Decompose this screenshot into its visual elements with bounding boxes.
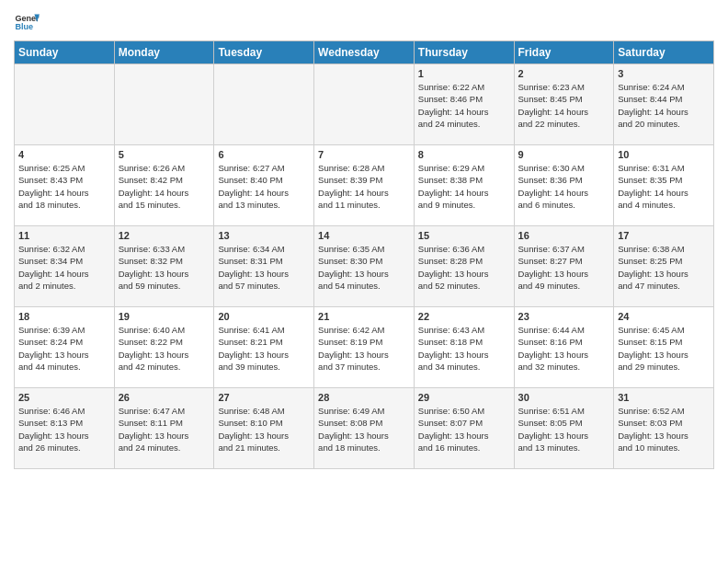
calendar-cell: 20Sunrise: 6:41 AM Sunset: 8:21 PM Dayli… — [214, 307, 314, 388]
calendar-cell: 18Sunrise: 6:39 AM Sunset: 8:24 PM Dayli… — [15, 307, 115, 388]
day-number: 17 — [618, 230, 710, 241]
calendar-cell: 6Sunrise: 6:27 AM Sunset: 8:40 PM Daylig… — [214, 145, 314, 226]
day-info: Sunrise: 6:24 AM Sunset: 8:44 PM Dayligh… — [618, 81, 710, 130]
col-header-monday: Monday — [114, 41, 214, 64]
day-number: 11 — [18, 230, 110, 241]
day-number: 3 — [618, 68, 710, 79]
day-number: 27 — [218, 392, 310, 403]
day-info: Sunrise: 6:45 AM Sunset: 8:15 PM Dayligh… — [618, 324, 710, 373]
day-number: 25 — [18, 392, 110, 403]
calendar-cell: 24Sunrise: 6:45 AM Sunset: 8:15 PM Dayli… — [614, 307, 714, 388]
calendar-cell: 26Sunrise: 6:47 AM Sunset: 8:11 PM Dayli… — [114, 388, 214, 469]
calendar-cell: 27Sunrise: 6:48 AM Sunset: 8:10 PM Dayli… — [214, 388, 314, 469]
calendar-week-4: 18Sunrise: 6:39 AM Sunset: 8:24 PM Dayli… — [15, 307, 714, 388]
day-info: Sunrise: 6:32 AM Sunset: 8:34 PM Dayligh… — [18, 243, 110, 292]
day-info: Sunrise: 6:51 AM Sunset: 8:05 PM Dayligh… — [518, 405, 610, 454]
calendar-cell: 23Sunrise: 6:44 AM Sunset: 8:16 PM Dayli… — [514, 307, 614, 388]
day-number: 16 — [518, 230, 610, 241]
calendar-cell: 15Sunrise: 6:36 AM Sunset: 8:28 PM Dayli… — [414, 226, 514, 307]
day-number: 13 — [218, 230, 310, 241]
calendar-cell: 21Sunrise: 6:42 AM Sunset: 8:19 PM Dayli… — [314, 307, 415, 388]
day-info: Sunrise: 6:34 AM Sunset: 8:31 PM Dayligh… — [218, 243, 310, 292]
day-number: 22 — [418, 311, 510, 322]
day-number: 2 — [518, 68, 610, 79]
day-number: 29 — [418, 392, 510, 403]
calendar-cell: 28Sunrise: 6:49 AM Sunset: 8:08 PM Dayli… — [314, 388, 415, 469]
calendar-cell: 25Sunrise: 6:46 AM Sunset: 8:13 PM Dayli… — [15, 388, 115, 469]
day-info: Sunrise: 6:27 AM Sunset: 8:40 PM Dayligh… — [218, 162, 310, 211]
day-info: Sunrise: 6:23 AM Sunset: 8:45 PM Dayligh… — [518, 81, 610, 130]
day-info: Sunrise: 6:37 AM Sunset: 8:27 PM Dayligh… — [518, 243, 610, 292]
calendar-cell: 12Sunrise: 6:33 AM Sunset: 8:32 PM Dayli… — [114, 226, 214, 307]
day-number: 18 — [18, 311, 110, 322]
day-info: Sunrise: 6:46 AM Sunset: 8:13 PM Dayligh… — [18, 405, 110, 454]
header: General Blue — [14, 9, 714, 35]
day-info: Sunrise: 6:48 AM Sunset: 8:10 PM Dayligh… — [218, 405, 310, 454]
day-info: Sunrise: 6:41 AM Sunset: 8:21 PM Dayligh… — [218, 324, 310, 373]
day-number: 6 — [218, 149, 310, 160]
calendar-cell: 8Sunrise: 6:29 AM Sunset: 8:38 PM Daylig… — [414, 145, 514, 226]
day-info: Sunrise: 6:28 AM Sunset: 8:39 PM Dayligh… — [318, 162, 410, 211]
day-info: Sunrise: 6:40 AM Sunset: 8:22 PM Dayligh… — [119, 324, 210, 373]
day-number: 28 — [318, 392, 410, 403]
day-number: 21 — [318, 311, 410, 322]
calendar-cell: 3Sunrise: 6:24 AM Sunset: 8:44 PM Daylig… — [614, 64, 714, 145]
day-info: Sunrise: 6:35 AM Sunset: 8:30 PM Dayligh… — [318, 243, 410, 292]
calendar-cell — [214, 64, 314, 145]
calendar-cell: 2Sunrise: 6:23 AM Sunset: 8:45 PM Daylig… — [514, 64, 614, 145]
calendar-cell: 19Sunrise: 6:40 AM Sunset: 8:22 PM Dayli… — [114, 307, 214, 388]
day-info: Sunrise: 6:26 AM Sunset: 8:42 PM Dayligh… — [119, 162, 210, 211]
day-info: Sunrise: 6:33 AM Sunset: 8:32 PM Dayligh… — [119, 243, 210, 292]
calendar-cell: 10Sunrise: 6:31 AM Sunset: 8:35 PM Dayli… — [614, 145, 714, 226]
day-number: 15 — [418, 230, 510, 241]
day-number: 23 — [518, 311, 610, 322]
day-number: 4 — [18, 149, 110, 160]
day-info: Sunrise: 6:47 AM Sunset: 8:11 PM Dayligh… — [119, 405, 210, 454]
day-number: 26 — [119, 392, 210, 403]
calendar-cell: 22Sunrise: 6:43 AM Sunset: 8:18 PM Dayli… — [414, 307, 514, 388]
day-number: 24 — [618, 311, 710, 322]
calendar-week-3: 11Sunrise: 6:32 AM Sunset: 8:34 PM Dayli… — [15, 226, 714, 307]
day-info: Sunrise: 6:22 AM Sunset: 8:46 PM Dayligh… — [418, 81, 510, 130]
calendar-cell: 4Sunrise: 6:25 AM Sunset: 8:43 PM Daylig… — [15, 145, 115, 226]
day-info: Sunrise: 6:43 AM Sunset: 8:18 PM Dayligh… — [418, 324, 510, 373]
header-row: SundayMondayTuesdayWednesdayThursdayFrid… — [15, 41, 714, 64]
day-info: Sunrise: 6:30 AM Sunset: 8:36 PM Dayligh… — [518, 162, 610, 211]
logo-icon: General Blue — [14, 9, 40, 35]
calendar-cell: 14Sunrise: 6:35 AM Sunset: 8:30 PM Dayli… — [314, 226, 415, 307]
calendar-cell: 16Sunrise: 6:37 AM Sunset: 8:27 PM Dayli… — [514, 226, 614, 307]
col-header-thursday: Thursday — [414, 41, 514, 64]
calendar-cell: 17Sunrise: 6:38 AM Sunset: 8:25 PM Dayli… — [614, 226, 714, 307]
calendar-cell: 7Sunrise: 6:28 AM Sunset: 8:39 PM Daylig… — [314, 145, 415, 226]
calendar-cell: 29Sunrise: 6:50 AM Sunset: 8:07 PM Dayli… — [414, 388, 514, 469]
calendar-cell: 1Sunrise: 6:22 AM Sunset: 8:46 PM Daylig… — [414, 64, 514, 145]
day-number: 20 — [218, 311, 310, 322]
col-header-saturday: Saturday — [614, 41, 714, 64]
calendar-week-2: 4Sunrise: 6:25 AM Sunset: 8:43 PM Daylig… — [15, 145, 714, 226]
calendar-week-5: 25Sunrise: 6:46 AM Sunset: 8:13 PM Dayli… — [15, 388, 714, 469]
calendar-cell: 30Sunrise: 6:51 AM Sunset: 8:05 PM Dayli… — [514, 388, 614, 469]
col-header-tuesday: Tuesday — [214, 41, 314, 64]
calendar-cell: 11Sunrise: 6:32 AM Sunset: 8:34 PM Dayli… — [15, 226, 115, 307]
col-header-friday: Friday — [514, 41, 614, 64]
day-info: Sunrise: 6:36 AM Sunset: 8:28 PM Dayligh… — [418, 243, 510, 292]
logo: General Blue — [14, 9, 40, 35]
day-number: 14 — [318, 230, 410, 241]
calendar-cell: 31Sunrise: 6:52 AM Sunset: 8:03 PM Dayli… — [614, 388, 714, 469]
day-info: Sunrise: 6:50 AM Sunset: 8:07 PM Dayligh… — [418, 405, 510, 454]
svg-text:Blue: Blue — [15, 22, 33, 31]
day-number: 30 — [518, 392, 610, 403]
day-info: Sunrise: 6:49 AM Sunset: 8:08 PM Dayligh… — [318, 405, 410, 454]
day-info: Sunrise: 6:29 AM Sunset: 8:38 PM Dayligh… — [418, 162, 510, 211]
calendar-cell: 5Sunrise: 6:26 AM Sunset: 8:42 PM Daylig… — [114, 145, 214, 226]
day-number: 8 — [418, 149, 510, 160]
calendar-table: SundayMondayTuesdayWednesdayThursdayFrid… — [14, 40, 714, 469]
day-number: 7 — [318, 149, 410, 160]
calendar-cell: 9Sunrise: 6:30 AM Sunset: 8:36 PM Daylig… — [514, 145, 614, 226]
day-number: 12 — [119, 230, 210, 241]
day-info: Sunrise: 6:42 AM Sunset: 8:19 PM Dayligh… — [318, 324, 410, 373]
day-info: Sunrise: 6:52 AM Sunset: 8:03 PM Dayligh… — [618, 405, 710, 454]
col-header-sunday: Sunday — [15, 41, 115, 64]
calendar-cell — [15, 64, 115, 145]
calendar-week-1: 1Sunrise: 6:22 AM Sunset: 8:46 PM Daylig… — [15, 64, 714, 145]
